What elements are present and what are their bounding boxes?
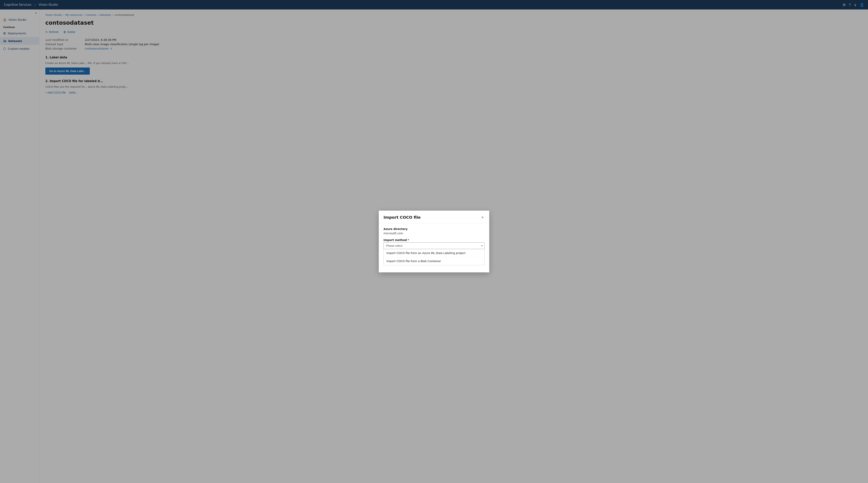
import-method-group: Import method * Please select Import COC… [383, 238, 485, 265]
required-indicator: * [408, 238, 409, 242]
azure-directory-value: microsoft.com [383, 231, 485, 235]
modal-header: Import COCO file × [379, 211, 489, 223]
dropdown-options: Import COCO file from an Azure ML Data L… [383, 249, 485, 265]
import-coco-modal: Import COCO file × Azure directory micro… [379, 211, 489, 272]
import-method-select-wrapper: Please select Import COCO file from an A… [383, 242, 485, 249]
modal-close-button[interactable]: × [480, 215, 485, 220]
import-method-select[interactable]: Please select Import COCO file from an A… [383, 242, 485, 249]
import-method-label: Import method * [383, 238, 485, 242]
modal-overlay: Import COCO file × Azure directory micro… [0, 0, 868, 483]
modal-title: Import COCO file [383, 215, 421, 220]
dropdown-option-azure-ml[interactable]: Import COCO file from an Azure ML Data L… [384, 249, 484, 257]
import-method-label-text: Import method [383, 238, 407, 242]
azure-directory-group: Azure directory microsoft.com [383, 228, 485, 235]
dropdown-option-blob[interactable]: Import COCO file from a Blob Container [384, 257, 484, 265]
modal-body: Azure directory microsoft.com Import met… [379, 223, 489, 272]
azure-directory-label: Azure directory [383, 228, 485, 231]
